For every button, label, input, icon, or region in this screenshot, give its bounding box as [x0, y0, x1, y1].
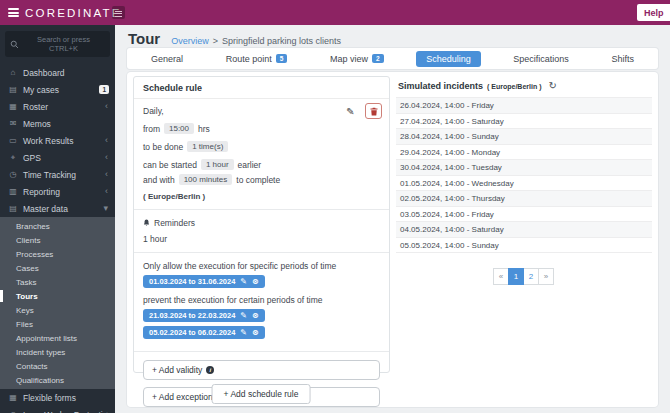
pagination-prev-button[interactable]: «	[493, 268, 509, 285]
dashboard-icon: ⌂	[8, 68, 18, 77]
add-button-label: + Add validity	[152, 365, 202, 375]
sidebar-subitem-clients[interactable]: Clients	[0, 233, 115, 247]
help-button[interactable]: Help	[637, 4, 670, 21]
incidents-title: Simulated incidents	[398, 81, 483, 91]
brand-name: COREDINATE	[25, 7, 122, 19]
sidebar-subitem-processes[interactable]: Processes	[0, 247, 115, 261]
allow-period-chip: 01.03.2024 to 31.06.2024✎⊗	[143, 275, 265, 288]
brand: COREDINATE	[8, 0, 122, 25]
sidebar-item-label: Dashboard	[23, 68, 65, 78]
period-chip-label: 05.02.2024 to 06.02.2024	[149, 328, 235, 337]
add-button-add-validity[interactable]: + Add validityi	[143, 360, 380, 380]
remove-period-icon[interactable]: ⊗	[252, 328, 259, 337]
pagination: «12»	[396, 268, 652, 285]
incident-row: 05.05.2024, 14:00 - Sunday	[396, 237, 652, 253]
sidebar-item-label: Work Results	[23, 136, 73, 146]
sidebar-subitem-tours[interactable]: Tours	[0, 289, 115, 303]
sidebar-subitem-files[interactable]: Files	[0, 317, 115, 331]
incident-row: 27.04.2024, 14:00 - Saturday	[396, 113, 652, 129]
tab-general[interactable]: General	[141, 51, 193, 67]
sidebar-item-label: Reporting	[23, 187, 60, 197]
tab-scheduling[interactable]: Scheduling	[416, 51, 481, 67]
tab-label: Scheduling	[426, 54, 471, 64]
sidebar-item-flexible-forms[interactable]: ▦Flexible forms	[0, 389, 115, 406]
prevent-periods-label: prevent the execution for certain period…	[143, 295, 380, 305]
sidebar-item-work-results[interactable]: ▭Work Results‹	[0, 132, 115, 149]
brand-hamburger-icon	[8, 7, 19, 19]
page-header: Tour Overview > Springfield parking lots…	[128, 30, 341, 47]
refresh-icon[interactable]: ↻	[548, 81, 556, 91]
tab-count-badge: 5	[276, 54, 288, 63]
tab-route-point[interactable]: Route point5	[216, 51, 298, 67]
sidebar-item-master-data[interactable]: ▤Master data▾	[0, 200, 115, 217]
reminders-value: 1 hour	[143, 234, 380, 244]
sidebar-item-gps[interactable]: ⌖GPS‹	[0, 149, 115, 166]
sidebar: Search or press CTRL+K ⌂Dashboard▤My cas…	[0, 25, 115, 413]
sidebar-item-time-tracking[interactable]: ◷Time Tracking‹	[0, 166, 115, 183]
sidebar-subitem-contacts[interactable]: Contacts	[0, 359, 115, 373]
edit-rule-button[interactable]: ✎	[342, 103, 359, 119]
chevron-left-icon: ‹	[105, 170, 108, 179]
remove-period-icon[interactable]: ⊗	[252, 311, 259, 320]
edit-period-icon[interactable]: ✎	[240, 277, 247, 286]
breadcrumb-separator: >	[213, 36, 218, 46]
content-card: Schedule rule ✎ Daily, from 15:00 hrs	[127, 72, 658, 407]
breadcrumb-overview-link[interactable]: Overview	[171, 36, 209, 46]
add-schedule-rule-button[interactable]: + Add schedule rule	[212, 384, 311, 404]
rule-actions: ✎	[342, 103, 382, 119]
pagination-next-button[interactable]: »	[538, 268, 554, 285]
sidebar-item-memos[interactable]: ✉Memos	[0, 115, 115, 132]
sidebar-subitem-qualifications[interactable]: Qualifications	[0, 373, 115, 387]
tab-shifts[interactable]: Shifts	[601, 51, 644, 67]
sidebar-subitem-incident-types[interactable]: Incident types	[0, 345, 115, 359]
roster-icon: ▦	[8, 102, 18, 111]
sidebar-subitem-branches[interactable]: Branches	[0, 219, 115, 233]
sidebar-subitem-appointment-lists[interactable]: Appointment lists	[0, 331, 115, 345]
sidebar-subitem-cases[interactable]: Cases	[0, 261, 115, 275]
sidebar-item-roster[interactable]: ▦Roster‹	[0, 98, 115, 115]
prevent-periods-chips: 21.03.2024 to 22.03.2024✎⊗05.02.2024 to …	[143, 309, 380, 343]
flexible-forms-icon: ▦	[8, 393, 18, 402]
rule-done-line: to be done 1 time(s)	[143, 141, 380, 152]
search-input[interactable]: Search or press CTRL+K	[5, 31, 110, 57]
sidebar-item-label: My cases	[23, 85, 59, 95]
sidebar-item-dashboard[interactable]: ⌂Dashboard	[0, 64, 115, 81]
sidebar-subitem-keys[interactable]: Keys	[0, 303, 115, 317]
sidebar-item-my-cases[interactable]: ▤My cases1	[0, 81, 115, 98]
rule-complete-line: and with 100 minutes to complete	[143, 174, 380, 185]
pagination-page-1[interactable]: 1	[508, 268, 524, 285]
tab-map-view[interactable]: Map view2	[320, 51, 394, 67]
simulated-incidents-panel: Simulated incidents ( Europe/Berlin ) ↻ …	[396, 76, 652, 285]
incidents-header: Simulated incidents ( Europe/Berlin ) ↻	[396, 76, 652, 97]
sidebar-item-lone-worker-protection[interactable]: ⊕Lone Worker Protection‹	[0, 406, 115, 413]
sidebar-item-label: Lone Worker Protection	[23, 410, 112, 413]
search-placeholder: Search or press CTRL+K	[22, 35, 105, 54]
master-data-submenu: BranchesClientsProcessesCasesTasksToursK…	[0, 217, 115, 389]
allow-periods-chips: 01.03.2024 to 31.06.2024✎⊗	[143, 275, 380, 292]
edit-period-icon[interactable]: ✎	[240, 328, 247, 337]
tab-specifications[interactable]: Specifications	[503, 51, 579, 67]
tab-bar: GeneralRoute point5Map view2SchedulingSp…	[127, 48, 658, 69]
master-data-icon: ▤	[8, 204, 18, 213]
delete-rule-button[interactable]	[365, 103, 382, 119]
from-time-chip: 15:00	[164, 123, 194, 134]
incidents-list: 26.04.2024, 14:00 - Friday27.04.2024, 14…	[396, 97, 652, 253]
schedule-rule-panel: Schedule rule ✎ Daily, from 15:00 hrs	[133, 76, 390, 373]
app-window: COREDINATE Help Search or press CTRL+K ⌂…	[0, 0, 670, 413]
pagination-page-2[interactable]: 2	[523, 268, 539, 285]
sidebar-subitem-tasks[interactable]: Tasks	[0, 275, 115, 289]
bell-icon	[143, 219, 150, 227]
remove-period-icon[interactable]: ⊗	[252, 277, 259, 286]
rule-start-line: can be started 1 hour earlier	[143, 159, 380, 170]
sidebar-toggle-button[interactable]	[112, 6, 125, 19]
sidebar-item-reporting[interactable]: ▥Reporting‹	[0, 183, 115, 200]
chevron-left-icon: ‹	[105, 102, 108, 111]
schedule-rule-body: ✎ Daily, from 15:00 hrs to be done 1 tim…	[134, 99, 389, 413]
info-icon: i	[206, 366, 214, 374]
prevent-period-chip: 05.02.2024 to 06.02.2024✎⊗	[143, 326, 265, 339]
chevron-left-icon: ‹	[105, 153, 108, 162]
work-results-icon: ▭	[8, 136, 18, 145]
incidents-timezone: ( Europe/Berlin )	[487, 83, 541, 90]
edit-period-icon[interactable]: ✎	[240, 311, 247, 320]
rule-timezone: ( Europe/Berlin )	[143, 192, 380, 201]
